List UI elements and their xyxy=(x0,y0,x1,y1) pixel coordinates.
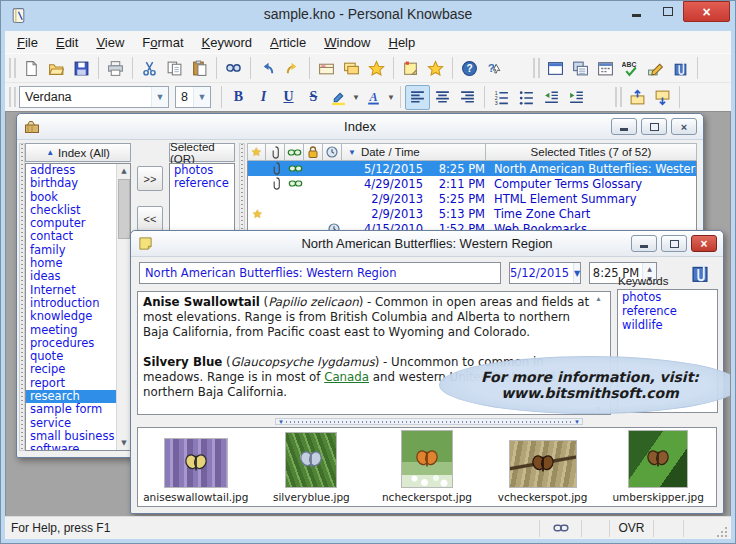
thumbnail-image-purple-flower-spikes-yellow-swallowtail[interactable] xyxy=(164,438,228,488)
keyword-item[interactable]: introduction xyxy=(26,297,116,310)
keyword-item[interactable]: sample form xyxy=(26,403,116,416)
keyword-list-all[interactable]: addressbirthdaybookchecklistcomputercont… xyxy=(25,163,131,451)
index-minimize-button[interactable] xyxy=(611,118,637,135)
keyword-item[interactable]: meeting xyxy=(26,324,116,337)
close-button[interactable]: × xyxy=(683,1,730,22)
keyword-item[interactable]: report xyxy=(26,377,116,390)
keyword-item[interactable]: software xyxy=(26,443,116,451)
keyword-item[interactable]: Internet xyxy=(26,284,116,297)
duplicate-article-button[interactable] xyxy=(339,56,364,81)
toolbar-grip[interactable] xyxy=(615,87,622,107)
chevron-down-icon[interactable]: ▼ xyxy=(386,85,396,110)
copy-button[interactable] xyxy=(162,56,187,81)
keyword-item[interactable]: research xyxy=(26,390,116,403)
paste-button[interactable] xyxy=(187,56,212,81)
attachments-button[interactable] xyxy=(685,260,715,287)
calendar-button[interactable] xyxy=(593,56,618,81)
titles-column-header[interactable]: Selected Titles (7 of 52) xyxy=(486,143,697,161)
keyword-item[interactable]: knowledge xyxy=(26,310,116,323)
attachment-thumbnail[interactable]: umberskipper.jpg xyxy=(600,428,716,506)
align-center-button[interactable] xyxy=(430,85,455,110)
undo-button[interactable] xyxy=(255,56,280,81)
keyword-item[interactable]: procedures xyxy=(26,337,116,350)
selected-or-header-button[interactable]: Selected (OR) xyxy=(169,143,235,162)
article-close-button[interactable]: × xyxy=(691,235,717,252)
attachment-thumbnail[interactable]: vcheckerspot.jpg xyxy=(485,428,601,506)
spell-check-button[interactable]: ABC xyxy=(618,56,643,81)
star-column-header[interactable]: ★ xyxy=(247,143,266,161)
strikethrough-button[interactable]: S xyxy=(301,85,326,110)
export-article-button[interactable] xyxy=(650,85,675,110)
print-button[interactable] xyxy=(103,56,128,81)
toolbar-grip[interactable] xyxy=(9,87,16,107)
save-file-button[interactable] xyxy=(69,56,94,81)
article-minimize-button[interactable] xyxy=(631,235,657,252)
menu-article[interactable]: Article xyxy=(261,33,315,52)
keyword-item[interactable]: photos xyxy=(618,290,717,304)
font-size-combo[interactable]: 8▼ xyxy=(175,86,211,108)
index-window-button[interactable] xyxy=(543,56,568,81)
align-right-button[interactable] xyxy=(455,85,480,110)
keyword-item[interactable]: computer xyxy=(26,217,116,230)
resize-grip[interactable] xyxy=(715,525,729,539)
attachment-thumbnail[interactable]: ncheckerspot.jpg xyxy=(369,428,485,506)
thumbnail-image-green-white-flowers-orange-checkerspot[interactable] xyxy=(401,430,453,488)
menu-keyword[interactable]: Keyword xyxy=(193,33,262,52)
scroll-up-icon[interactable]: ▲ xyxy=(117,164,131,178)
keyword-item[interactable]: checklist xyxy=(26,204,116,217)
chevron-down-icon[interactable]: ▼ xyxy=(573,263,580,283)
attachments-button[interactable] xyxy=(668,56,693,81)
bold-button[interactable]: B xyxy=(226,85,251,110)
outdent-button[interactable] xyxy=(539,85,564,110)
index-all-header-button[interactable]: ▲ Index (All) xyxy=(25,143,131,162)
article-row[interactable]: ★2/9/20135:13 PMTime Zone Chart xyxy=(248,206,696,221)
import-article-button[interactable] xyxy=(625,85,650,110)
keyword-item[interactable]: birthday xyxy=(26,177,116,190)
font-color-button[interactable]: A xyxy=(361,85,386,110)
chevron-down-icon[interactable]: ▼ xyxy=(351,85,361,110)
italic-button[interactable]: I xyxy=(251,85,276,110)
maximize-button[interactable] xyxy=(652,1,683,22)
horizontal-splitter[interactable]: ▼ ▼ xyxy=(275,418,583,425)
menu-format[interactable]: Format xyxy=(133,33,192,52)
article-row[interactable]: 4/29/20152:11 PMComputer Terms Glossary xyxy=(248,176,696,191)
keyword-item[interactable]: recipe xyxy=(26,363,116,376)
keyword-item[interactable]: photos xyxy=(170,164,234,177)
bullet-list-button[interactable] xyxy=(514,85,539,110)
flag-article-button[interactable] xyxy=(364,56,389,81)
new-note-button[interactable] xyxy=(398,56,423,81)
keyword-item[interactable]: reference xyxy=(618,304,717,318)
align-left-button[interactable] xyxy=(405,85,430,110)
highlight-button[interactable] xyxy=(326,85,351,110)
menu-edit[interactable]: Edit xyxy=(47,33,87,52)
keyword-item[interactable]: small business xyxy=(26,430,116,443)
menu-file[interactable]: File xyxy=(8,33,47,52)
redo-button[interactable] xyxy=(280,56,305,81)
clock-column-header[interactable] xyxy=(323,143,342,161)
article-date-combo[interactable]: 5/12/2015 ▼ xyxy=(509,262,581,284)
underline-button[interactable]: U xyxy=(276,85,301,110)
lock-column-header[interactable] xyxy=(304,143,323,161)
article-row[interactable]: 5/12/20158:25 PMNorth American Butterfli… xyxy=(248,161,696,176)
thumbnail-image-green-grass-silvery-blue-butterfly[interactable] xyxy=(285,432,337,488)
thumbnail-image-tan-branch-dark-checkerspot[interactable] xyxy=(509,440,577,488)
find-button[interactable] xyxy=(221,56,246,81)
keyword-item[interactable]: book xyxy=(26,191,116,204)
context-help-button[interactable]: ? xyxy=(482,56,507,81)
edit-keywords-button[interactable] xyxy=(643,56,668,81)
article-title-bar[interactable]: North American Butterflies: Western Regi… xyxy=(131,231,723,257)
scroll-up-icon[interactable]: ▲ xyxy=(592,292,605,304)
keyword-item[interactable]: family xyxy=(26,244,116,257)
article-restore-button[interactable] xyxy=(661,235,687,252)
index-close-button[interactable]: × xyxy=(671,118,697,135)
open-file-button[interactable] xyxy=(44,56,69,81)
keyword-item[interactable]: home xyxy=(26,257,116,270)
keyword-item[interactable]: ideas xyxy=(26,270,116,283)
keyword-item[interactable]: address xyxy=(26,164,116,177)
keyword-item[interactable]: quote xyxy=(26,350,116,363)
keyword-item[interactable]: service xyxy=(26,417,116,430)
attach-column-header[interactable] xyxy=(266,143,285,161)
keyword-item[interactable]: contact xyxy=(26,230,116,243)
link-column-header[interactable] xyxy=(285,143,304,161)
attachment-thumbnail[interactable]: silveryblue.jpg xyxy=(254,428,370,506)
